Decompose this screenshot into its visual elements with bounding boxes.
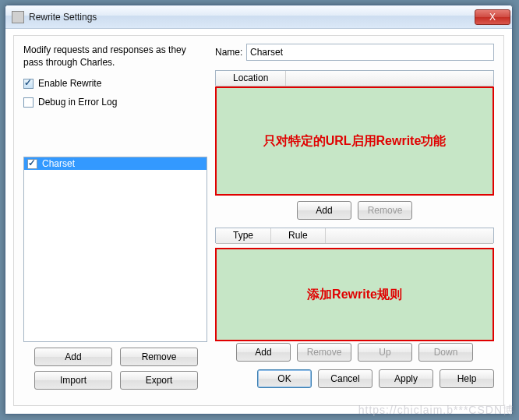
- location-table-header: Location: [215, 70, 494, 86]
- name-input[interactable]: [246, 44, 494, 61]
- export-button[interactable]: Export: [120, 371, 198, 390]
- import-button[interactable]: Import: [34, 371, 112, 390]
- debug-log-label: Debug in Error Log: [38, 97, 117, 108]
- name-row: Name:: [215, 44, 494, 61]
- add-location-button[interactable]: Add: [297, 201, 351, 220]
- type-column-header[interactable]: Type: [216, 228, 271, 243]
- remove-location-button[interactable]: Remove: [358, 201, 412, 220]
- remove-rule-button[interactable]: Remove: [297, 343, 351, 362]
- rule-column-header[interactable]: Rule: [271, 228, 326, 243]
- left-button-group: Add Remove Import Export: [34, 348, 198, 390]
- location-column-header[interactable]: Location: [216, 71, 286, 86]
- debug-log-checkbox[interactable]: [23, 97, 34, 108]
- set-item-label: Charset: [42, 158, 75, 169]
- location-table-body-spacer: [215, 86, 494, 196]
- set-item-checkbox[interactable]: [27, 159, 37, 169]
- window-title: Rewrite Settings: [29, 12, 475, 23]
- enable-rewrite-checkbox[interactable]: [23, 79, 34, 89]
- rules-table-body-spacer: [215, 243, 494, 338]
- enable-rewrite-row[interactable]: Enable Rewrite: [23, 78, 207, 89]
- client-area: Modify requests and responses as they pa…: [13, 35, 504, 406]
- right-column: Name: Location 只对特定的URL启用Rewrite功能 Add R…: [215, 44, 494, 399]
- location-button-row: Add Remove: [215, 201, 494, 220]
- rules-table-header: Type Rule: [215, 228, 494, 243]
- add-rule-button[interactable]: Add: [236, 343, 291, 362]
- apply-button[interactable]: Apply: [379, 369, 433, 388]
- up-rule-button[interactable]: Up: [358, 343, 412, 362]
- ok-button[interactable]: OK: [257, 369, 312, 388]
- dialog-button-row: OK Cancel Apply Help: [215, 369, 494, 388]
- app-icon: [12, 11, 24, 23]
- list-item[interactable]: Charset: [24, 157, 207, 170]
- name-label: Name:: [215, 47, 246, 58]
- enable-rewrite-label: Enable Rewrite: [38, 78, 101, 89]
- cancel-button[interactable]: Cancel: [318, 369, 372, 388]
- titlebar[interactable]: Rewrite Settings X: [5, 5, 512, 29]
- description-text: Modify requests and responses as they pa…: [23, 44, 195, 69]
- down-rule-button[interactable]: Down: [418, 343, 473, 362]
- debug-log-row[interactable]: Debug in Error Log: [23, 97, 207, 108]
- close-button[interactable]: X: [475, 9, 510, 25]
- rules-button-row: Add Remove Up Down: [215, 343, 494, 362]
- add-set-button[interactable]: Add: [34, 348, 112, 366]
- left-column: Modify requests and responses as they pa…: [23, 44, 207, 115]
- remove-set-button[interactable]: Remove: [120, 348, 198, 366]
- rewrite-sets-list[interactable]: Charset: [23, 157, 207, 342]
- help-button[interactable]: Help: [440, 369, 494, 388]
- dialog-window: Rewrite Settings X Modify requests and r…: [5, 5, 513, 415]
